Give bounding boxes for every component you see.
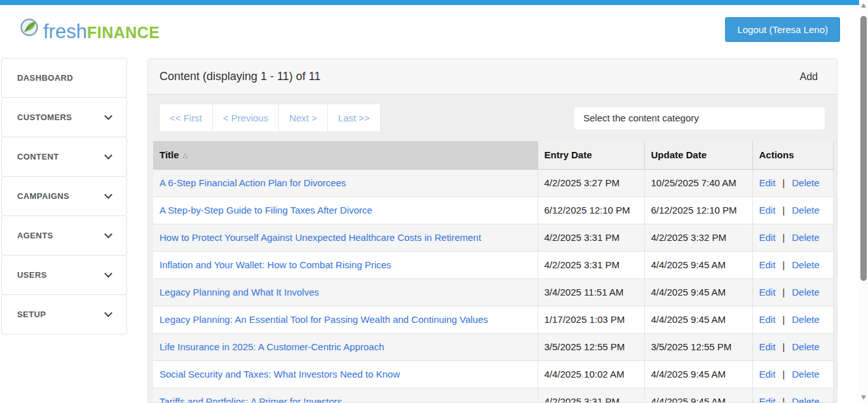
edit-link[interactable]: Edit	[759, 314, 776, 325]
table-row: Inflation and Your Wallet: How to Combat…	[153, 251, 833, 278]
table-row: Social Security and Taxes: What Investor…	[153, 360, 833, 388]
page: fresh FINANCE Logout (Teresa Leno) DASHB…	[0, 0, 859, 403]
edit-link[interactable]: Edit	[759, 287, 776, 297]
entry-date-cell: 4/2/2025 3:31 PM	[538, 388, 644, 403]
toolbar: << First < Previous Next > Last >> Selec…	[148, 95, 837, 141]
actions-cell: Edit|Delete	[752, 278, 833, 306]
scrollbar-up-arrow-icon[interactable]	[861, 3, 866, 8]
content-title-link[interactable]: How to Protect Yourself Against Unexpect…	[159, 232, 481, 243]
sidebar-item-customers[interactable]: CUSTOMERS	[1, 97, 127, 137]
action-separator: |	[782, 259, 785, 270]
scrollbar-thumb[interactable]	[860, 16, 867, 281]
update-date-cell: 4/4/2025 9:45 AM	[644, 388, 752, 403]
actions-cell: Edit|Delete	[752, 306, 833, 333]
update-date-cell: 4/4/2025 9:45 AM	[644, 360, 752, 388]
content-title-link[interactable]: Legacy Planning: An Essential Tool for P…	[159, 314, 488, 325]
update-date-cell: 4/4/2025 9:45 AM	[644, 278, 752, 306]
title-cell: Legacy Planning and What It Involves	[153, 278, 538, 306]
leaf-icon	[19, 17, 43, 41]
title-cell: Inflation and Your Wallet: How to Combat…	[153, 251, 538, 278]
pagination-first[interactable]: << First	[159, 104, 213, 132]
table-row: How to Protect Yourself Against Unexpect…	[153, 224, 833, 251]
table-row: A 6-Step Financial Action Plan for Divor…	[153, 169, 833, 196]
brand-name-fresh: fresh	[43, 22, 87, 41]
topbar-accent	[0, 0, 859, 5]
title-cell: Legacy Planning: An Essential Tool for P…	[153, 306, 538, 333]
delete-link[interactable]: Delete	[792, 287, 819, 297]
content-title-link[interactable]: Social Security and Taxes: What Investor…	[159, 369, 400, 379]
sidebar-item-dashboard[interactable]: DASHBOARD	[1, 58, 127, 98]
sidebar-item-agents[interactable]: AGENTS	[1, 215, 127, 256]
sidebar-item-users[interactable]: USERS	[1, 255, 127, 295]
action-separator: |	[782, 205, 785, 215]
pagination-last[interactable]: Last >>	[327, 104, 381, 132]
delete-link[interactable]: Delete	[792, 369, 819, 379]
content-title-link[interactable]: Life Insurance in 2025: A Customer-Centr…	[159, 341, 384, 352]
brand-name-finance: FINANCE	[87, 24, 160, 41]
chevron-down-icon	[104, 151, 112, 160]
content-title-link[interactable]: A 6-Step Financial Action Plan for Divor…	[159, 177, 346, 188]
title-cell: Life Insurance in 2025: A Customer-Centr…	[153, 333, 538, 360]
delete-link[interactable]: Delete	[792, 341, 819, 352]
delete-link[interactable]: Delete	[792, 205, 819, 215]
title-cell: A 6-Step Financial Action Plan for Divor…	[153, 169, 538, 196]
update-date-cell: 4/4/2025 9:45 AM	[644, 306, 752, 333]
update-date-cell: 3/5/2025 12:55 PM	[644, 333, 752, 360]
logout-button[interactable]: Logout (Teresa Leno)	[725, 17, 840, 42]
panel-header: Content (displaying 1 - 11) of 11 Add	[148, 59, 837, 95]
action-separator: |	[782, 314, 785, 325]
edit-link[interactable]: Edit	[759, 232, 776, 243]
pagination-previous[interactable]: < Previous	[212, 104, 279, 132]
delete-link[interactable]: Delete	[792, 259, 819, 270]
content-title-link[interactable]: Tariffs and Portfolios: A Primer for Inv…	[159, 396, 342, 403]
delete-link[interactable]: Delete	[792, 314, 819, 325]
update-date-cell: 10/25/2025 7:40 AM	[644, 169, 752, 196]
column-header-title-label: Title	[159, 149, 179, 160]
edit-link[interactable]: Edit	[759, 369, 776, 379]
delete-link[interactable]: Delete	[792, 177, 819, 188]
sidebar-item-label: CONTENT	[17, 152, 59, 161]
scrollbar-down-arrow-icon[interactable]	[861, 395, 866, 400]
sidebar-nav: DASHBOARD CUSTOMERS CONTENT CAMPAIGNS AG…	[1, 58, 127, 334]
edit-link[interactable]: Edit	[759, 177, 776, 188]
add-button[interactable]: Add	[800, 71, 818, 83]
sidebar-item-label: USERS	[17, 270, 47, 280]
content-title-link[interactable]: Legacy Planning and What It Involves	[159, 287, 319, 297]
update-date-cell: 4/2/2025 3:32 PM	[644, 224, 752, 251]
action-separator: |	[782, 341, 785, 352]
entry-date-cell: 4/4/2025 10:02 AM	[538, 360, 644, 388]
sidebar-item-content[interactable]: CONTENT	[1, 137, 127, 177]
vertical-scrollbar[interactable]	[859, 0, 868, 403]
sidebar-item-label: SETUP	[17, 310, 46, 319]
action-separator: |	[782, 287, 785, 297]
table-header-row: Title△ Entry Date Update Date Actions	[153, 141, 833, 169]
category-select[interactable]: Select the content category	[574, 107, 825, 130]
edit-link[interactable]: Edit	[759, 205, 776, 215]
actions-cell: Edit|Delete	[752, 169, 833, 196]
title-cell: A Step-by-Step Guide to Filing Taxes Aft…	[153, 196, 538, 224]
column-header-actions: Actions	[752, 141, 833, 169]
column-header-entry-date[interactable]: Entry Date	[538, 141, 644, 169]
brand-logo[interactable]: fresh FINANCE	[19, 17, 160, 41]
edit-link[interactable]: Edit	[759, 341, 776, 352]
pagination-next[interactable]: Next >	[278, 104, 328, 132]
action-separator: |	[782, 177, 785, 188]
delete-link[interactable]: Delete	[792, 232, 819, 243]
content-title-link[interactable]: A Step-by-Step Guide to Filing Taxes Aft…	[159, 205, 372, 215]
delete-link[interactable]: Delete	[792, 396, 819, 403]
entry-date-cell: 4/2/2025 3:27 PM	[538, 169, 644, 196]
edit-link[interactable]: Edit	[759, 396, 776, 403]
sidebar-item-setup[interactable]: SETUP	[1, 294, 127, 334]
actions-cell: Edit|Delete	[752, 388, 833, 403]
sidebar-item-label: CAMPAIGNS	[17, 191, 69, 201]
column-header-update-date[interactable]: Update Date	[644, 141, 752, 169]
content-panel: Content (displaying 1 - 11) of 11 Add <<…	[147, 58, 837, 403]
actions-cell: Edit|Delete	[752, 360, 833, 388]
title-cell: How to Protect Yourself Against Unexpect…	[153, 224, 538, 251]
column-header-title[interactable]: Title△	[153, 141, 538, 169]
entry-date-cell: 3/5/2025 12:55 PM	[538, 333, 644, 360]
update-date-cell: 4/4/2025 9:45 AM	[644, 251, 752, 278]
sidebar-item-campaigns[interactable]: CAMPAIGNS	[1, 176, 127, 216]
edit-link[interactable]: Edit	[759, 259, 776, 270]
content-title-link[interactable]: Inflation and Your Wallet: How to Combat…	[159, 259, 391, 270]
